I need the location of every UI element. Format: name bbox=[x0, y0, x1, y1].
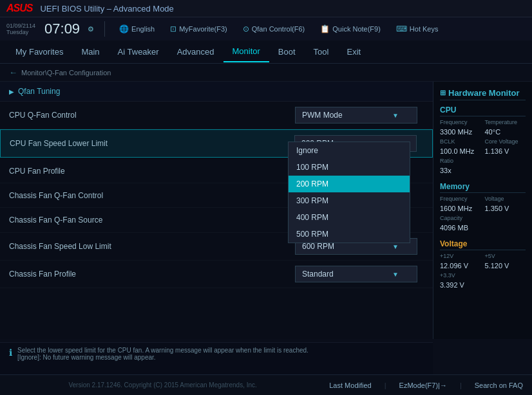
hw-cpu-title: CPU bbox=[440, 106, 526, 116]
dropdown-cpu-qfan-value: PWM Mode bbox=[302, 111, 343, 120]
dropdown-chassis-fan-profile-value: Standard bbox=[302, 270, 334, 279]
nav-monitor[interactable]: Monitor bbox=[223, 41, 269, 62]
setting-label-chassis-fan-source: Chassis Fan Q-Fan Source bbox=[9, 216, 295, 225]
nav-myfavorites[interactable]: My Favorites bbox=[6, 42, 72, 62]
setting-label-chassis-fan-speed: Chassis Fan Speed Low Limit bbox=[9, 242, 295, 251]
hw-cpu-ratio-label: Ratio bbox=[440, 158, 481, 164]
setting-label-cpu-fan-speed: CPU Fan Speed Lower Limit bbox=[10, 139, 294, 148]
hw-cpu-bclk-label: BCLK bbox=[440, 138, 481, 145]
date-display: 01/09/2114 bbox=[6, 23, 35, 29]
nav-boot[interactable]: Boot bbox=[269, 42, 305, 62]
toolbar-quicknote[interactable]: 📋 Quick Note(F9) bbox=[316, 23, 385, 35]
setting-value-cpu-qfan-control: PWM Mode ▼ bbox=[295, 107, 424, 124]
setting-label-chassis-fan-profile: Chassis Fan Profile bbox=[9, 270, 295, 279]
breadcrumb: ← Monitor\Q-Fan Configuration bbox=[0, 64, 532, 82]
hw-voltage-title: Voltage bbox=[440, 239, 526, 250]
dropdown-option-500rpm[interactable]: 500 RPM bbox=[289, 226, 410, 243]
nav-exit[interactable]: Exit bbox=[337, 42, 370, 62]
setting-label-cpu-qfan-control: CPU Q-Fan Control bbox=[9, 111, 295, 120]
dropdown-option-300rpm[interactable]: 300 RPM bbox=[289, 192, 410, 209]
toolbar-english[interactable]: 🌐 English bbox=[115, 23, 158, 35]
note-icon: 📋 bbox=[320, 24, 330, 33]
nav-advanced[interactable]: Advanced bbox=[168, 42, 223, 62]
settings-table: CPU Q-Fan Control PWM Mode ▼ CPU Fan Spe… bbox=[0, 102, 433, 288]
content-area: ▶ Qfan Tuning CPU Q-Fan Control PWM Mode… bbox=[0, 82, 433, 339]
nav-tool[interactable]: Tool bbox=[305, 42, 338, 62]
dropdown-arrow-icon: ▼ bbox=[392, 112, 399, 119]
nav-main[interactable]: Main bbox=[72, 42, 108, 62]
footer-version: Version 2.17.1246. Copyright (C) 2015 Am… bbox=[9, 381, 316, 389]
hw-cpu-core-voltage-label: Core Voltage bbox=[485, 138, 526, 145]
dropdown-chassis-fan-profile[interactable]: Standard ▼ bbox=[295, 266, 417, 282]
hw-cpu-temperature-value: 40°C bbox=[485, 128, 526, 136]
setting-label-cpu-fan-profile: CPU Fan Profile bbox=[9, 167, 295, 176]
footer-search-faq[interactable]: Search on FAQ bbox=[475, 381, 523, 389]
hw-cpu-core-voltage-value: 1.136 V bbox=[485, 147, 526, 155]
dropdown-option-200rpm[interactable]: 200 RPM bbox=[289, 176, 410, 192]
hw-memory-section: Memory Frequency Voltage 1600 MHz 1.350 … bbox=[440, 182, 526, 232]
hw-v5-value: 5.120 V bbox=[485, 262, 526, 270]
fan-icon: ⊙ bbox=[243, 24, 249, 33]
monitor-icon: ⊞ bbox=[440, 89, 446, 97]
footer-separator-2: | bbox=[460, 381, 462, 389]
hw-v33-label: +3.3V bbox=[440, 272, 481, 279]
setting-row-cpu-qfan-control: CPU Q-Fan Control PWM Mode ▼ bbox=[0, 102, 433, 129]
toolbar: 01/09/2114 Tuesday 07:09 ⚙ 🌐 English ⊡ M… bbox=[0, 17, 532, 41]
footer-separator: | bbox=[385, 381, 386, 389]
nav-aitweaker[interactable]: Ai Tweaker bbox=[109, 42, 168, 62]
toolbar-hotkeys[interactable]: ⌨ Hot Keys bbox=[392, 23, 442, 35]
toolbar-myfavorite[interactable]: ⊡ MyFavorite(F3) bbox=[166, 23, 231, 35]
toolbar-hotkeys-label: Hot Keys bbox=[410, 25, 439, 33]
setting-value-chassis-fan-profile: Standard ▼ bbox=[295, 266, 424, 282]
dropdown-menu-cpu-fan-speed: Ignore 100 RPM 200 RPM 300 RPM 400 RPM 5… bbox=[288, 142, 410, 243]
toolbar-qfan[interactable]: ⊙ Qfan Control(F6) bbox=[239, 23, 309, 35]
hw-memory-frequency-label: Frequency bbox=[440, 196, 481, 202]
globe-icon: 🌐 bbox=[119, 24, 129, 33]
footer-ez-mode[interactable]: EzMode(F7)|→ bbox=[399, 381, 447, 389]
hw-memory-voltage-label: Voltage bbox=[485, 196, 526, 202]
toolbar-myfavorite-label: MyFavorite(F3) bbox=[179, 25, 227, 33]
hw-cpu-ratio-value: 33x bbox=[440, 167, 481, 174]
bios-title: UEFI BIOS Utility – Advanced Mode bbox=[40, 4, 173, 14]
footer: Version 2.17.1246. Copyright (C) 2015 Am… bbox=[0, 374, 532, 395]
hw-v12-value: 12.096 V bbox=[440, 262, 481, 270]
dropdown-chassis-fan-speed-value: 600 RPM bbox=[302, 242, 334, 251]
dropdown-cpu-qfan-control[interactable]: PWM Mode ▼ bbox=[295, 107, 417, 124]
section-expand-icon[interactable]: ▶ bbox=[9, 88, 14, 95]
footer-last-modified[interactable]: Last Modified bbox=[329, 381, 371, 389]
hw-monitor-title: ⊞ Hardware Monitor bbox=[440, 88, 526, 100]
back-arrow-icon[interactable]: ← bbox=[9, 68, 17, 77]
dropdown-chassis-speed-arrow-icon: ▼ bbox=[392, 243, 399, 250]
main-layout: ▶ Qfan Tuning CPU Q-Fan Control PWM Mode… bbox=[0, 82, 532, 339]
hw-v12-label: +12V bbox=[440, 253, 481, 259]
right-panel: ⊞ Hardware Monitor CPU Frequency Tempera… bbox=[433, 82, 532, 339]
breadcrumb-text: Monitor\Q-Fan Configuration bbox=[21, 69, 111, 77]
hw-voltage-section: Voltage +12V +5V 12.096 V 5.120 V +3.3V … bbox=[440, 239, 526, 289]
dropdown-option-100rpm[interactable]: 100 RPM bbox=[289, 159, 410, 176]
title-bar: ASUS UEFI BIOS Utility – Advanced Mode bbox=[0, 0, 532, 17]
asus-logo: ASUS bbox=[6, 3, 32, 14]
setting-row-chassis-fan-profile: Chassis Fan Profile Standard ▼ bbox=[0, 261, 433, 288]
hw-memory-title: Memory bbox=[440, 182, 526, 193]
hw-cpu-section: CPU Frequency Temperature 3300 MHz 40°C … bbox=[440, 106, 526, 174]
section-title: Qfan Tuning bbox=[18, 87, 60, 96]
hw-cpu-frequency-value: 3300 MHz bbox=[440, 128, 481, 136]
toolbar-separator-1 bbox=[104, 21, 105, 37]
hw-memory-frequency-value: 1600 MHz bbox=[440, 205, 481, 212]
star-icon: ⊡ bbox=[170, 24, 176, 33]
hw-monitor-title-text: Hardware Monitor bbox=[448, 88, 520, 98]
time-display: 07:09 bbox=[44, 22, 80, 36]
hw-v5-label: +5V bbox=[485, 253, 526, 259]
settings-gear-icon[interactable]: ⚙ bbox=[88, 25, 94, 33]
dropdown-option-400rpm[interactable]: 400 RPM bbox=[289, 209, 410, 226]
section-header: ▶ Qfan Tuning bbox=[0, 82, 433, 102]
keyboard-icon: ⌨ bbox=[396, 24, 407, 33]
nav-bar: My Favorites Main Ai Tweaker Advanced Mo… bbox=[0, 41, 532, 64]
day-display: Tuesday bbox=[6, 29, 35, 35]
toolbar-qfan-label: Qfan Control(F6) bbox=[252, 25, 305, 33]
toolbar-english-label: English bbox=[131, 25, 155, 33]
hw-memory-capacity-value: 4096 MB bbox=[440, 224, 481, 232]
hw-cpu-temperature-label: Temperature bbox=[485, 119, 526, 125]
dropdown-option-ignore[interactable]: Ignore bbox=[289, 142, 410, 159]
hw-memory-voltage-value: 1.350 V bbox=[485, 205, 526, 212]
